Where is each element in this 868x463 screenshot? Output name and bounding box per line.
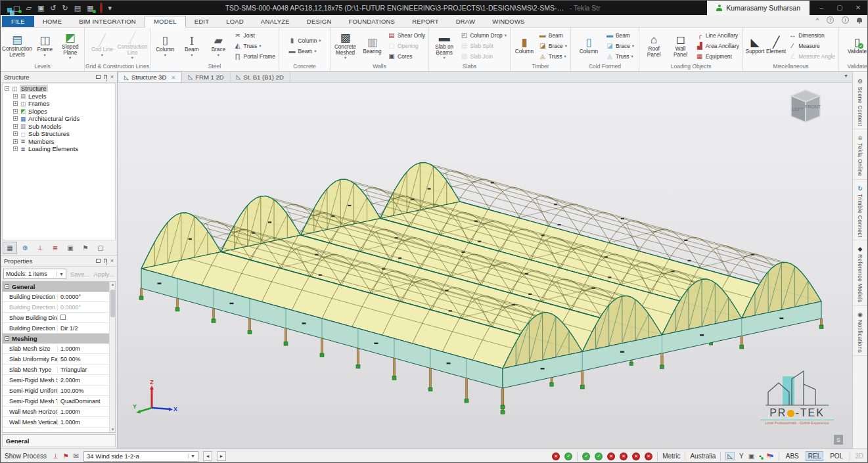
quickaccess-dropdown-icon[interactable]: ▾ bbox=[108, 5, 112, 12]
apply-button[interactable]: Apply... bbox=[94, 271, 114, 278]
ribbon-button-truss[interactable]: ◬Truss▾ bbox=[605, 51, 635, 62]
ribbon-button-element[interactable]: ╱Element bbox=[766, 35, 786, 56]
ribbon-tab-bim-integration[interactable]: BIM INTEGRATION bbox=[70, 16, 145, 27]
ribbon-button-construction-levels[interactable]: ▤Construction Levels bbox=[3, 33, 32, 58]
undo-icon[interactable]: ↺ bbox=[50, 5, 56, 12]
ribbon-button-equipment[interactable]: ▦Equipment bbox=[695, 51, 741, 62]
ribbon-button-bearing[interactable]: ▥Bearing bbox=[359, 35, 385, 56]
ribbon-tab-analyze[interactable]: ANALYZE bbox=[252, 16, 298, 27]
open-icon[interactable]: ▱ bbox=[26, 5, 31, 12]
structure-3d-scene[interactable] bbox=[118, 83, 852, 449]
ribbon-tab-windows[interactable]: WINDOWS bbox=[484, 16, 533, 27]
tree-item-structure[interactable]: −◫Structure bbox=[3, 85, 115, 93]
property-section-general[interactable]: −General bbox=[3, 282, 109, 292]
properties-panel-pin-icon[interactable] bbox=[104, 259, 107, 263]
ribbon-button-beam[interactable]: IBeam▾ bbox=[179, 33, 205, 58]
save-button[interactable]: Save... bbox=[70, 271, 90, 278]
structure-panel-pin-icon[interactable] bbox=[104, 75, 107, 79]
ribbon-button-measure[interactable]: ∕Measure bbox=[787, 41, 836, 51]
previous-process-button[interactable]: ◄ bbox=[203, 451, 212, 461]
save-icon[interactable]: ▣ bbox=[37, 5, 44, 12]
ribbon-button-concrete-meshed[interactable]: ▩Concrete Meshed▾ bbox=[332, 31, 358, 60]
property-row-semi-rigid-mesh-size[interactable]: Semi-Rigid Mesh Size2.000m bbox=[3, 375, 109, 386]
ribbon-button-column[interactable]: ▯Column bbox=[574, 35, 603, 56]
ribbon-button-brace[interactable]: ▰Brace▾ bbox=[206, 33, 231, 58]
process-combobox[interactable]: 34 Wind side 1-2-a▼ bbox=[83, 451, 198, 462]
tree-item-loading-elements[interactable]: +≣Loading Elements bbox=[3, 145, 115, 153]
sidebar-item-notifications[interactable]: ◉Notifications bbox=[853, 309, 867, 356]
ribbon-tab-model[interactable]: MODEL bbox=[145, 16, 186, 28]
ribbon-button-joist[interactable]: ≍Joist bbox=[233, 30, 277, 41]
status-indicator-error[interactable]: ✕ bbox=[632, 452, 640, 460]
sidebar-item-trimble-connect[interactable]: ↻Trimble Connect bbox=[853, 183, 867, 241]
status-indicator-error[interactable]: ✕ bbox=[607, 452, 615, 460]
box-filter-icon[interactable]: ▢ bbox=[93, 242, 108, 254]
close-icon[interactable]: ✕ bbox=[849, 1, 867, 15]
ribbon-button-beam[interactable]: ▬Beam bbox=[537, 30, 568, 41]
tree-item-members[interactable]: +≣Members bbox=[3, 138, 115, 146]
globe-icon[interactable]: ⊕ bbox=[18, 242, 32, 254]
property-row-slab-mesh-size[interactable]: Slab Mesh Size1.000m bbox=[3, 343, 109, 354]
property-row-slab-uniformity-fac[interactable]: Slab Uniformity Fac...50.00% bbox=[3, 354, 109, 364]
structure-panel-restore-icon[interactable] bbox=[96, 75, 101, 79]
ribbon-button-line-ancillary[interactable]: ╭Line Ancillary bbox=[695, 30, 741, 41]
package-icon[interactable]: ▦ bbox=[87, 5, 93, 12]
properties-panel-close-icon[interactable]: × bbox=[110, 258, 114, 263]
new-icon[interactable]: ▢ bbox=[13, 5, 20, 12]
ribbon-button-wall-panel[interactable]: ◻Wall Panel bbox=[668, 33, 693, 58]
property-row-building-direction-l[interactable]: Building Direction L...Dir 1/2 bbox=[3, 323, 109, 334]
help-icon[interactable]: ? bbox=[827, 16, 834, 24]
ribbon-tab-foundations[interactable]: FOUNDATIONS bbox=[340, 16, 403, 27]
view-tab-structure-3d[interactable]: ◺Structure 3D✕ bbox=[118, 72, 182, 82]
status-indicator-error[interactable]: ✕ bbox=[645, 452, 652, 460]
country-flags-icon[interactable]: ⚑⚑ bbox=[766, 452, 774, 460]
view-tab-list-icon[interactable]: ▼ bbox=[844, 74, 848, 78]
property-row-semi-rigid-uniformi[interactable]: Semi-Rigid Uniformi...100.00% bbox=[3, 386, 109, 396]
snap-icon[interactable]: ▪ bbox=[759, 452, 762, 460]
ribbon-button-slab-on-beams[interactable]: ▬Slab on Beams▾ bbox=[431, 31, 457, 60]
property-row-show-building-direc[interactable]: Show Building Direc... bbox=[3, 313, 109, 323]
user-account-button[interactable]: Kumarasamy Sutharsan bbox=[707, 1, 810, 15]
ribbon-button-roof-panel[interactable]: ⌂Roof Panel bbox=[641, 33, 666, 58]
status-indicator-ok[interactable]: ✓ bbox=[595, 452, 603, 460]
view-tab-st-b1-b1-2d[interactable]: ◺St. B1 (B1) 2D bbox=[231, 72, 290, 82]
ribbon-button-brace[interactable]: ◪Brace▾ bbox=[605, 41, 635, 51]
tree-item-sub-models[interactable]: +▥Sub Models bbox=[3, 123, 115, 131]
ribbon-button-area-ancillary[interactable]: ▟Area Ancillary bbox=[695, 41, 741, 51]
ribbon-tab-home[interactable]: HOME bbox=[34, 16, 70, 27]
status-indicator-ok[interactable]: ✓ bbox=[582, 452, 590, 460]
message-icon[interactable]: ✉ bbox=[74, 452, 79, 460]
ribbon-button-truss[interactable]: ◭Truss▾ bbox=[233, 41, 277, 51]
property-row-semi-rigid-mesh-type[interactable]: Semi-Rigid Mesh TypeQuadDominant bbox=[3, 396, 109, 407]
ribbon-tab-load[interactable]: LOAD bbox=[217, 16, 252, 27]
ribbon-button-column-drop[interactable]: ◰Column Drop▾ bbox=[459, 30, 508, 41]
ribbon-button-truss[interactable]: ◬Truss▾ bbox=[537, 51, 568, 62]
navigation-cube[interactable]: LEFT FRONT bbox=[784, 88, 827, 129]
tree-item-frames[interactable]: +◫Frames bbox=[3, 100, 115, 108]
record-icon[interactable] bbox=[100, 5, 103, 12]
coord-mode-rel[interactable]: REL bbox=[806, 451, 823, 461]
sidebar-item-tekla-online[interactable]: ⊕Tekla Online bbox=[853, 132, 867, 179]
status-indicator-ok[interactable]: ✓ bbox=[564, 452, 572, 460]
coord-mode-abs[interactable]: ABS bbox=[784, 452, 801, 460]
tree-item-slopes[interactable]: +◩Slopes bbox=[3, 108, 115, 116]
bell-icon[interactable] bbox=[857, 18, 862, 22]
ribbon-button-sloped-plane[interactable]: ◩Sloped Plane▾ bbox=[58, 31, 83, 60]
status-indicator-error[interactable]: ✕ bbox=[552, 452, 560, 460]
property-row-slab-mesh-type[interactable]: Slab Mesh TypeTriangular bbox=[3, 364, 109, 375]
ribbon-tab-draw[interactable]: DRAW bbox=[447, 16, 484, 27]
property-section-meshing[interactable]: −Meshing bbox=[3, 334, 109, 343]
property-row-wall-mesh-horizont[interactable]: Wall Mesh Horizont...1.000m bbox=[3, 407, 109, 417]
close-view-tab-icon[interactable]: ✕ bbox=[171, 74, 175, 81]
property-row-wall-mesh-vertical[interactable]: Wall Mesh Vertical ...1.000m bbox=[3, 417, 109, 428]
flag-filter-icon[interactable]: ⚑ bbox=[78, 242, 93, 254]
status-indicator-error[interactable]: ✕ bbox=[620, 452, 628, 460]
properties-scrollbar[interactable]: ▲ ▼ bbox=[109, 282, 115, 432]
support-display-icon[interactable]: ⊥ bbox=[53, 452, 58, 460]
show-process-button[interactable]: Show Process bbox=[5, 452, 47, 460]
property-row-building-direction-r[interactable]: Building Direction R...0.0000° bbox=[3, 302, 109, 313]
country-setting[interactable]: Australia bbox=[690, 452, 716, 460]
info-icon[interactable]: i bbox=[842, 16, 849, 24]
ribbon-button-beam[interactable]: ▬Beam▾ bbox=[286, 46, 322, 56]
structure-panel-close-icon[interactable]: × bbox=[110, 74, 114, 79]
